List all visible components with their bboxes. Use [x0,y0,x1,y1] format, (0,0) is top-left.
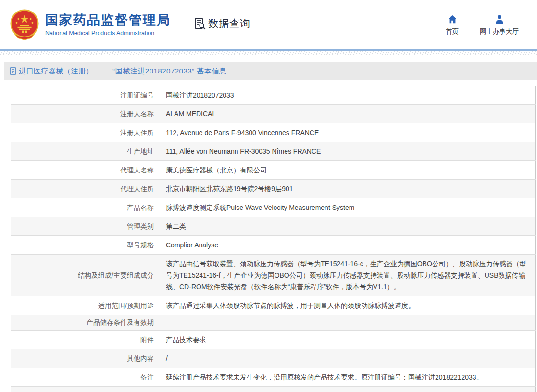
org-name-cn: 国家药品监督管理局 [45,13,171,28]
row-label: 审批部门 [11,387,160,392]
row-label: 备注 [11,368,160,387]
registration-info-table: 注册证编号 国械注进20182072033 注册人名称 ALAM MEDICAL… [11,86,536,392]
row-value: 国械注进20182072033 [160,86,536,105]
site-logo[interactable]: 国家药品监督管理局 National Medical Products Admi… [10,9,171,41]
table-row: 备注 延续注册产品技术要求未发生变化，沿用原核发的产品技术要求。原注册证编号：国… [11,368,536,387]
page-title-bar: 进口医疗器械（注册） —— “国械注进20182072033” 基本信息 [4,62,537,80]
row-label: 生产地址 [11,142,160,161]
table-row: 产品储存条件及有效期 [11,315,536,331]
data-query-label: 数据查询 [208,17,250,30]
table-row: 注册人名称 ALAM MEDICAL [11,105,536,123]
nav-online-hall[interactable]: 网上办事大厅 [480,14,519,36]
row-value: 111, Allée von Neumann FR-30035 Nîmes FR… [160,142,536,161]
table-row: 附件 产品技术要求 [11,331,536,349]
nav-home[interactable]: 首页 [446,14,459,36]
table-row: 代理人住所 北京市朝阳区北苑东路19号院2号楼9层901 [11,180,536,198]
row-value: 脉搏波速度测定系统Pulse Wave Velocity Measurement… [160,198,536,217]
row-label: 管理类别 [11,217,160,236]
row-label: 代理人住所 [11,180,160,198]
table-row: 代理人名称 康美德医疗器械（北京）有限公司 [11,161,536,180]
info-table-body: 注册证编号 国械注进20182072033 注册人名称 ALAM MEDICAL… [11,86,536,392]
table-row: 注册证编号 国械注进20182072033 [11,86,536,105]
row-label: 其他内容 [11,349,160,368]
row-value: 该产品通过采集人体颈股动脉节点的脉搏波，用于测量人体的颈股动脉脉搏波速度。 [160,296,536,315]
table-row: 管理类别 第二类 [11,217,536,236]
header-divider [0,49,537,55]
row-value: 北京市朝阳区北苑东路19号院2号楼9层901 [160,180,536,198]
row-label: 注册人住所 [11,123,160,142]
table-row: 产品名称 脉搏波速度测定系统Pulse Wave Velocity Measur… [11,198,536,217]
row-value: 延续注册产品技术要求未发生变化，沿用原核发的产品技术要求。原注册证编号：国械注进… [160,368,536,387]
row-value: 产品技术要求 [160,331,536,349]
row-label: 结构及组成/主要组成成分 [11,255,160,296]
person-icon [494,14,505,24]
row-label: 型号规格 [11,236,160,255]
row-value: ALAM MEDICAL [160,105,536,123]
document-search-icon [194,17,206,30]
row-value: 第二类 [160,217,536,236]
national-emblem-icon [10,9,39,41]
row-value: 112, Avenue de Paris F-94300 Vincennes F… [160,123,536,142]
row-value: 康美德医疗器械（北京）有限公司 [160,161,536,180]
header-nav: 首页 网上办事大厅 [446,14,527,36]
row-value: Complior Analyse [160,236,536,255]
main-content: 进口医疗器械（注册） —— “国械注进20182072033” 基本信息 注册证… [0,55,537,392]
row-value [160,315,536,331]
row-label: 代理人名称 [11,161,160,180]
row-label: 产品储存条件及有效期 [11,315,160,331]
page-title: 进口医疗器械（注册） —— “国械注进20182072033” 基本信息 [19,67,226,76]
brand-text: 国家药品监督管理局 National Medical Products Admi… [45,13,171,36]
table-row: 型号规格 Complior Analyse [11,236,536,255]
table-row: 其他内容 / [11,349,536,368]
row-label: 适用范围/预期用途 [11,296,160,315]
table-row: 结构及组成/主要组成成分 该产品由信号获取装置、颈动脉压力传感器（型号为TE15… [11,255,536,296]
row-value: / [160,349,536,368]
row-label: 产品名称 [11,198,160,217]
nav-online-hall-label: 网上办事大厅 [480,27,519,36]
org-name-en: National Medical Products Administration [45,30,171,37]
site-header: 国家药品监督管理局 National Medical Products Admi… [0,0,537,49]
row-value: 该产品由信号获取装置、颈动脉压力传感器（型号为TE15241-16-c，生产企业… [160,255,536,296]
document-icon [10,67,16,75]
row-label: 注册人名称 [11,105,160,123]
row-label: 附件 [11,331,160,349]
table-row: 生产地址 111, Allée von Neumann FR-30035 Nîm… [11,142,536,161]
table-row: 注册人住所 112, Avenue de Paris F-94300 Vince… [11,123,536,142]
row-label: 注册证编号 [11,86,160,105]
row-value: 国家药品监督管理局 [160,387,536,392]
table-row: 审批部门 国家药品监督管理局 [11,387,536,392]
nav-home-label: 首页 [446,27,459,36]
home-icon [447,14,458,24]
data-query-heading: 数据查询 [194,17,250,30]
table-row: 适用范围/预期用途 该产品通过采集人体颈股动脉节点的脉搏波，用于测量人体的颈股动… [11,296,536,315]
